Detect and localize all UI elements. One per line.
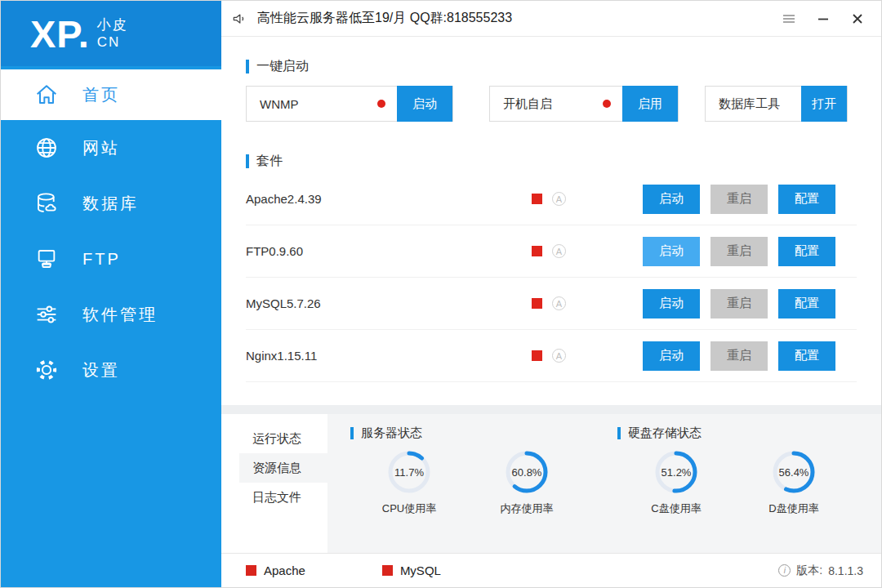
suite-name: FTP0.9.60 <box>246 244 532 258</box>
sidebar-item-website[interactable]: 网站 <box>1 120 221 176</box>
tab-run-status[interactable]: 运行状态 <box>239 424 327 453</box>
suite-name: Nginx1.15.11 <box>246 349 532 363</box>
config-button[interactable]: 配置 <box>778 341 835 371</box>
quick-box-label: 数据库工具 <box>706 96 801 112</box>
gauge-label: D盘使用率 <box>768 501 818 516</box>
suite-row-nginx: Nginx1.15.11 A 启动 重启 配置 <box>246 330 857 382</box>
quick-start-title: 一键启动 <box>256 58 309 75</box>
close-icon[interactable] <box>850 11 865 26</box>
suite-title: 套件 <box>256 153 283 170</box>
resource-info-content: 服务器状态 11.7% CPU使用率 <box>327 414 881 553</box>
suite-row-mysql: MySQL5.7.26 A 启动 重启 配置 <box>246 278 857 330</box>
gauge-value: 11.7% <box>386 449 432 495</box>
restart-button[interactable]: 重启 <box>710 185 768 214</box>
status-square <box>382 565 393 576</box>
status-tabs: 运行状态 资源信息 日志文件 <box>221 414 327 553</box>
app-window: XP. 小皮 CN 首页 <box>0 0 882 588</box>
sidebar-item-label: 数据库 <box>82 193 139 215</box>
disk-status-header: 硬盘存储状态 <box>617 425 853 441</box>
section-divider <box>221 405 881 414</box>
globe-icon <box>33 135 60 161</box>
status-square <box>532 246 542 256</box>
quick-box-label: WNMP <box>247 97 377 111</box>
autostart-badge-icon: A <box>552 244 566 258</box>
open-button[interactable]: 打开 <box>801 86 847 122</box>
quick-box-dbtool: 数据库工具 打开 <box>705 86 848 122</box>
logo: XP. 小皮 CN <box>1 1 221 66</box>
suite-row-ftp: FTP0.9.60 A 启动 重启 配置 <box>246 225 857 278</box>
speaker-icon <box>231 11 247 27</box>
restart-button[interactable]: 重启 <box>710 341 768 371</box>
restart-button[interactable]: 重启 <box>710 237 768 266</box>
suite-buttons: 启动 重启 配置 <box>643 289 835 318</box>
status-panel: 运行状态 资源信息 日志文件 服务器状态 <box>221 414 881 553</box>
status-square <box>246 565 256 576</box>
quick-box-label: 开机自启 <box>490 96 603 112</box>
logo-sub: 小皮 CN <box>97 16 128 51</box>
suite-buttons: 启动 重启 配置 <box>643 341 835 371</box>
quick-box-autostart: 开机自启 启用 <box>489 86 679 122</box>
sidebar-item-home[interactable]: 首页 <box>1 69 221 120</box>
sidebar-nav: 首页 网站 <box>1 66 221 398</box>
suite-name: Apache2.4.39 <box>246 192 532 206</box>
database-icon <box>33 190 60 216</box>
sidebar-item-label: 首页 <box>82 84 120 106</box>
main-area: 高性能云服务器低至19/月 QQ群:818555233 一键启动 <box>221 1 881 587</box>
config-button[interactable]: 配置 <box>778 237 835 266</box>
start-button[interactable]: 启动 <box>643 289 700 318</box>
status-square <box>532 350 542 361</box>
suite-header: 套件 <box>246 153 857 170</box>
sidebar: XP. 小皮 CN 首页 <box>1 1 221 587</box>
autostart-badge-icon: A <box>552 192 566 206</box>
legend-apache: Apache <box>246 564 305 577</box>
accent-bar <box>246 60 249 74</box>
minimize-icon[interactable] <box>816 11 831 26</box>
quick-start-header: 一键启动 <box>246 58 857 75</box>
gauge-disk-d: 56.4% D盘使用率 <box>735 449 853 516</box>
server-gauges: 11.7% CPU使用率 60.8% <box>350 449 586 516</box>
gauge-label: C盘使用率 <box>651 501 701 516</box>
info-icon: i <box>778 564 791 577</box>
gauge-disk-c: 51.2% C盘使用率 <box>617 449 735 516</box>
autostart-badge-icon: A <box>552 296 566 310</box>
version-label: 版本: <box>796 564 822 578</box>
suite-row-apache: Apache2.4.39 A 启动 重启 配置 <box>246 173 857 225</box>
sidebar-item-ftp[interactable]: FTP <box>1 231 221 287</box>
enable-button[interactable]: 启用 <box>622 86 678 122</box>
autostart-badge-icon: A <box>552 349 566 363</box>
gauge-memory: 60.8% 内存使用率 <box>468 449 586 516</box>
status-square <box>532 194 542 204</box>
sidebar-item-label: 网站 <box>82 137 120 159</box>
suite-list: Apache2.4.39 A 启动 重启 配置 FTP0.9.60 A 启动 <box>246 173 857 382</box>
version-info: i 版本: 8.1.1.3 <box>778 564 863 578</box>
menu-icon[interactable] <box>782 11 796 26</box>
sidebar-item-software[interactable]: 软件管理 <box>1 287 221 342</box>
quick-start-row: WNMP 启动 开机自启 启用 数据库工具 打开 <box>246 86 857 122</box>
sidebar-item-settings[interactable]: 设置 <box>1 342 221 398</box>
start-button[interactable]: 启动 <box>643 341 700 371</box>
window-controls <box>782 11 865 26</box>
start-button[interactable]: 启动 <box>643 237 700 266</box>
config-button[interactable]: 配置 <box>778 289 835 318</box>
accent-bar <box>350 427 354 439</box>
sidebar-item-label: FTP <box>82 250 121 269</box>
start-button[interactable]: 启动 <box>397 86 452 122</box>
sidebar-item-database[interactable]: 数据库 <box>1 176 221 231</box>
topbar: 高性能云服务器低至19/月 QQ群:818555233 <box>221 1 881 37</box>
legend-mysql: MySQL <box>382 564 441 577</box>
footer-bar: Apache MySQL i 版本: 8.1.1.3 <box>221 553 881 587</box>
accent-bar <box>246 154 249 168</box>
gear-icon <box>33 357 60 383</box>
start-button[interactable]: 启动 <box>643 185 700 214</box>
tab-log-files[interactable]: 日志文件 <box>239 483 327 512</box>
config-button[interactable]: 配置 <box>778 185 835 214</box>
disk-gauges: 51.2% C盘使用率 56.4% <box>617 449 853 516</box>
server-status-group: 服务器状态 11.7% CPU使用率 <box>350 425 586 553</box>
logo-brand: XP. <box>30 11 90 56</box>
tab-resource-info[interactable]: 资源信息 <box>239 453 327 483</box>
announcement-text: 高性能云服务器低至19/月 QQ群:818555233 <box>257 10 512 27</box>
sidebar-item-label: 软件管理 <box>82 304 158 326</box>
accent-bar <box>617 427 621 439</box>
restart-button[interactable]: 重启 <box>710 289 768 318</box>
status-square <box>532 298 542 309</box>
